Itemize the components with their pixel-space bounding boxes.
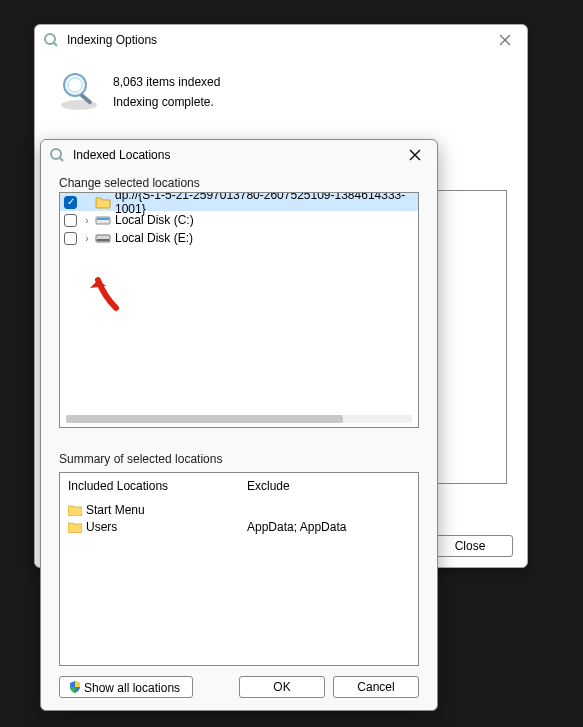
- cancel-button[interactable]: Cancel: [333, 676, 419, 698]
- indexed-locations-dialog: Indexed Locations Change selected locati…: [40, 139, 438, 711]
- svg-line-9: [59, 157, 63, 161]
- expander-icon[interactable]: ›: [81, 215, 93, 226]
- exclude-label: AppData; AppData: [247, 520, 346, 534]
- show-all-locations-button[interactable]: Show all locations: [59, 676, 193, 698]
- included-column: Included Locations Start Menu Users: [60, 473, 239, 665]
- close-icon: [499, 34, 511, 46]
- summary-box: Included Locations Start Menu Users Excl…: [59, 472, 419, 666]
- indexing-status-text: Indexing complete.: [113, 95, 220, 109]
- folder-icon: [68, 504, 82, 516]
- app-icon: [49, 147, 65, 163]
- magnifier-icon: [55, 67, 103, 115]
- tree-row[interactable]: › dp://{S-1-5-21-2597013780-2607525109-1…: [60, 193, 418, 211]
- checkbox[interactable]: [64, 214, 77, 227]
- show-all-label: Show all locations: [84, 681, 180, 695]
- included-row[interactable]: Users: [68, 518, 231, 535]
- summary-label: Summary of selected locations: [59, 452, 437, 466]
- checkbox[interactable]: [64, 196, 77, 209]
- locations-tree[interactable]: › dp://{S-1-5-21-2597013780-2607525109-1…: [59, 192, 419, 428]
- checkbox[interactable]: [64, 232, 77, 245]
- disk-icon: [95, 230, 111, 246]
- parent-title: Indexing Options: [67, 33, 157, 47]
- exclude-header: Exclude: [247, 479, 410, 493]
- tree-label: Local Disk (E:): [115, 231, 193, 245]
- exclude-column: Exclude AppData; AppData: [239, 473, 418, 665]
- scrollbar-thumb[interactable]: [66, 415, 343, 423]
- disk-icon: [95, 212, 111, 228]
- change-locations-label: Change selected locations: [59, 176, 437, 190]
- tree-row[interactable]: › Local Disk (E:): [60, 229, 418, 247]
- folder-icon: [68, 521, 82, 533]
- shield-icon: [68, 680, 82, 694]
- svg-line-1: [53, 42, 57, 46]
- exclude-row: AppData; AppData: [247, 518, 410, 535]
- included-label: Users: [86, 520, 117, 534]
- included-header: Included Locations: [68, 479, 231, 493]
- parent-close-button[interactable]: [491, 29, 519, 51]
- child-close-button[interactable]: [401, 144, 429, 166]
- bottom-bar: Show all locations OK Cancel: [59, 676, 419, 698]
- svg-rect-13: [97, 218, 109, 220]
- ok-button[interactable]: OK: [239, 676, 325, 698]
- svg-point-6: [68, 78, 82, 92]
- status-area: 8,063 items indexed Indexing complete.: [35, 55, 527, 119]
- included-row[interactable]: Start Menu: [68, 501, 231, 518]
- child-title: Indexed Locations: [73, 148, 170, 162]
- child-titlebar: Indexed Locations: [41, 140, 437, 170]
- horizontal-scrollbar[interactable]: [66, 415, 412, 423]
- tree-label: Local Disk (C:): [115, 213, 194, 227]
- app-icon: [43, 32, 59, 48]
- folder-icon: [95, 194, 111, 210]
- items-indexed-text: 8,063 items indexed: [113, 75, 220, 89]
- included-label: Start Menu: [86, 503, 145, 517]
- titlebar: Indexing Options: [35, 25, 527, 55]
- svg-rect-15: [97, 239, 109, 241]
- close-icon: [409, 149, 421, 161]
- close-button[interactable]: Close: [427, 535, 513, 557]
- exclude-row: [247, 501, 410, 518]
- expander-icon[interactable]: ›: [81, 233, 93, 244]
